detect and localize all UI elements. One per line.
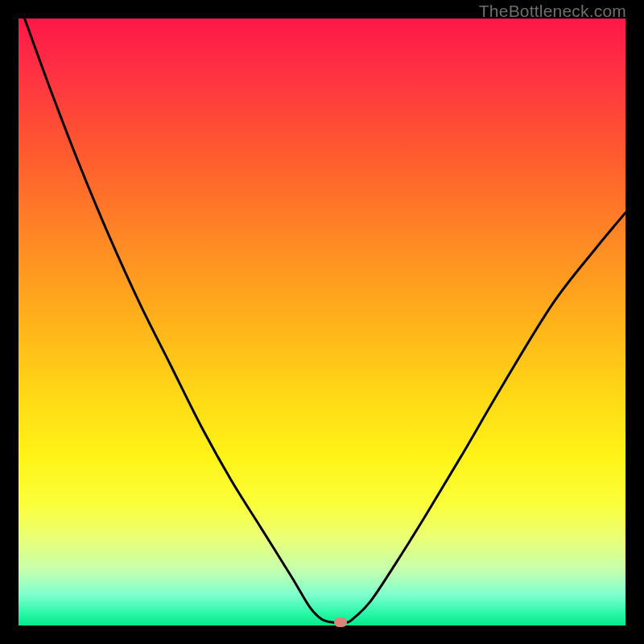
watermark-text: TheBottleneck.com bbox=[479, 2, 626, 21]
chart-container: TheBottleneck.com bbox=[0, 0, 644, 644]
optimal-point-marker bbox=[334, 617, 347, 627]
plot-area bbox=[19, 19, 625, 625]
bottleneck-curve bbox=[19, 19, 625, 625]
